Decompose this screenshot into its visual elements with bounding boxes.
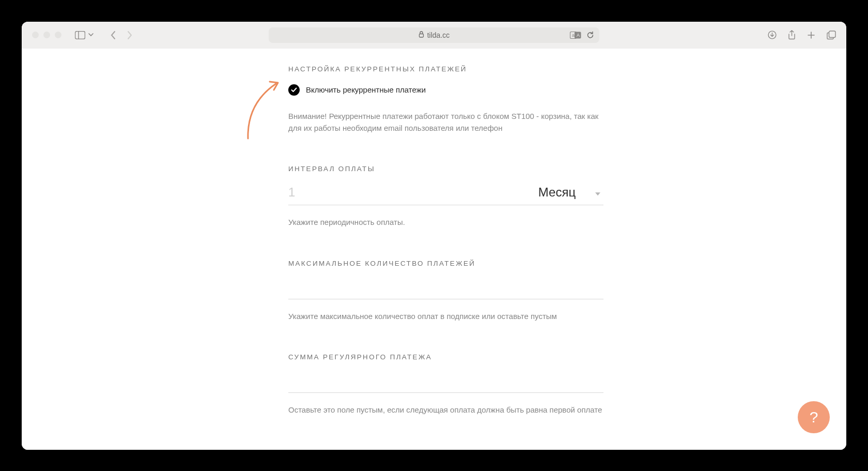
max-payments-section: МАКСИМАЛЬНОЕ КОЛИЧЕСТВО ПЛАТЕЖЕЙ Укажите… — [288, 260, 605, 323]
recurring-warning-text: Внимание! Рекуррентные платежи работают … — [288, 110, 605, 134]
section-recurring-title: НАСТРОЙКА РЕКУРРЕНТНЫХ ПЛАТЕЖЕЙ — [288, 65, 605, 73]
interval-value-input[interactable] — [288, 182, 510, 205]
enable-recurring-label: Включить рекуррентные платежи — [306, 85, 426, 94]
interval-unit-selected: Месяц — [538, 185, 576, 200]
window-controls — [32, 32, 61, 38]
url-host: tilda.cc — [427, 31, 450, 39]
svg-text:A: A — [577, 33, 580, 38]
svg-rect-2 — [419, 34, 423, 37]
svg-text:a: a — [572, 33, 575, 38]
max-payments-hint: Укажите максимальное количество оплат в … — [288, 311, 605, 323]
max-payments-input[interactable] — [288, 277, 603, 299]
enable-recurring-checkbox-row[interactable]: Включить рекуррентные платежи — [288, 84, 605, 96]
address-bar[interactable]: tilda.cc aA — [269, 27, 599, 43]
checkbox-checked-icon[interactable] — [288, 84, 300, 96]
settings-form: НАСТРОЙКА РЕКУРРЕНТНЫХ ПЛАТЕЖЕЙ Включить… — [288, 65, 605, 447]
regular-amount-input[interactable] — [288, 370, 603, 393]
translate-icon[interactable]: aA — [570, 32, 581, 39]
forward-button[interactable] — [127, 31, 133, 40]
annotation-arrow-icon — [244, 78, 284, 140]
tabs-icon[interactable] — [827, 30, 836, 40]
interval-title: ИНТЕРВАЛ ОПЛАТЫ — [288, 165, 605, 173]
regular-amount-hint: Оставьте это поле пустым, если следующая… — [288, 404, 605, 416]
downloads-icon[interactable] — [768, 30, 777, 40]
reload-icon[interactable] — [586, 31, 594, 39]
minimize-window-button[interactable] — [43, 32, 50, 38]
chevron-down-icon[interactable] — [88, 33, 94, 37]
sidebar-toggle-icon[interactable] — [75, 31, 85, 39]
chevron-down-icon — [595, 192, 600, 195]
maximize-window-button[interactable] — [55, 32, 61, 38]
share-icon[interactable] — [788, 30, 796, 40]
browser-window: tilda.cc aA — [22, 22, 846, 450]
svg-rect-8 — [829, 31, 836, 38]
page-content: НАСТРОЙКА РЕКУРРЕНТНЫХ ПЛАТЕЖЕЙ Включить… — [22, 49, 846, 450]
interval-section: ИНТЕРВАЛ ОПЛАТЫ Месяц Укажите периодично… — [288, 165, 605, 229]
browser-toolbar: tilda.cc aA — [22, 22, 846, 49]
close-window-button[interactable] — [32, 32, 39, 38]
interval-unit-select[interactable]: Месяц — [510, 182, 603, 205]
regular-amount-title: СУММА РЕГУЛЯРНОГО ПЛАТЕЖА — [288, 353, 605, 361]
regular-amount-section: СУММА РЕГУЛЯРНОГО ПЛАТЕЖА Оставьте это п… — [288, 353, 605, 416]
max-payments-title: МАКСИМАЛЬНОЕ КОЛИЧЕСТВО ПЛАТЕЖЕЙ — [288, 260, 605, 267]
help-icon: ? — [810, 408, 818, 426]
help-button[interactable]: ? — [798, 401, 830, 433]
interval-hint: Укажите периодичность оплаты. — [288, 217, 605, 229]
new-tab-icon[interactable] — [807, 30, 815, 40]
lock-icon — [419, 31, 424, 39]
back-button[interactable] — [110, 31, 116, 40]
svg-rect-0 — [75, 31, 85, 39]
